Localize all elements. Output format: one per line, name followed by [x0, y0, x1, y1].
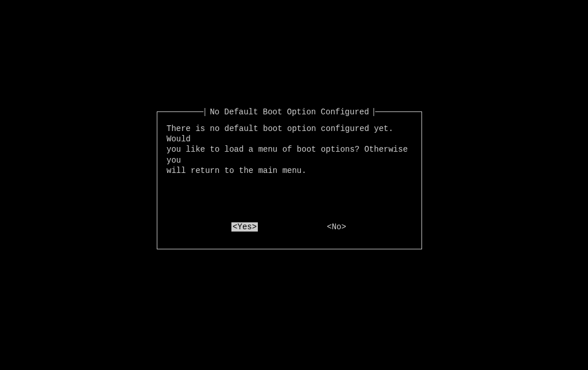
yes-button[interactable]: <Yes> [231, 222, 258, 232]
dialog-box: No Default Boot Option Configured There … [157, 111, 422, 249]
dialog-title-wrap: No Default Boot Option Configured [203, 107, 375, 117]
dialog-title: No Default Boot Option Configured [205, 107, 373, 117]
dialog-buttons: <Yes> <No> [157, 222, 421, 232]
no-button[interactable]: <No> [326, 222, 347, 232]
title-decoration-right [374, 108, 374, 116]
dialog-message: There is no default boot option configur… [167, 124, 412, 176]
